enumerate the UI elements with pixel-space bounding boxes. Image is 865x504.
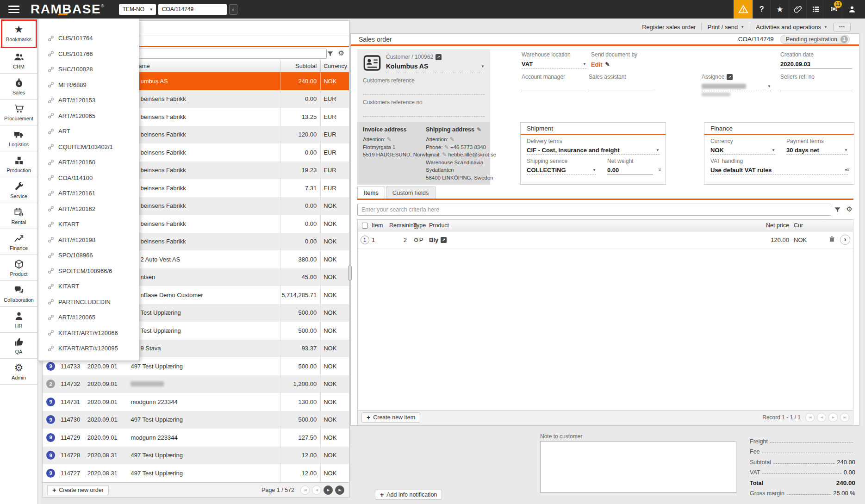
sidebar-item-bookmarks[interactable]: ★ Bookmarks [0, 19, 37, 48]
filter-icon[interactable] [327, 50, 334, 57]
column-remaining[interactable]: Remaining [389, 220, 413, 231]
more-actions-button[interactable]: ⋯ [833, 23, 851, 31]
sidebar-item-service[interactable]: Service [0, 177, 37, 203]
attachments-button[interactable] [789, 0, 807, 19]
column-subtotal[interactable]: Subtotal [281, 61, 321, 72]
bookmark-item[interactable]: CUS/101766 [38, 46, 139, 62]
column-currency[interactable]: Currency [321, 61, 349, 72]
delivery-terms-select[interactable]: CIF - Cost, insurance and freight▼ [527, 146, 660, 155]
tab-items[interactable]: Items [357, 187, 385, 199]
delete-item-icon[interactable] [828, 236, 835, 244]
print-send-button[interactable]: Print / send▼ [707, 24, 744, 31]
bookmark-item[interactable]: ART/#120065 [38, 310, 139, 325]
bookmark-item[interactable]: KITART [38, 217, 139, 232]
select-all-checkbox[interactable] [362, 223, 368, 229]
sidebar-item-qa[interactable]: QA [0, 333, 37, 359]
next-record-button[interactable]: ▶ [828, 413, 838, 422]
edit-icon[interactable]: ✎ [477, 126, 481, 133]
filter-icon[interactable] [834, 206, 841, 213]
vat-handling-select[interactable]: VAT handling Use default VAT rules▼ [710, 158, 848, 174]
bookmark-item[interactable]: CQUITEM/103402/1 [38, 139, 139, 155]
bookmark-item[interactable]: KITART [38, 279, 139, 294]
bookmark-item[interactable]: COA/114100 [38, 170, 139, 186]
column-item[interactable]: Item [372, 220, 389, 231]
item-product-link[interactable]: Bly↗ [429, 236, 447, 243]
customers-reference-no-field[interactable] [363, 106, 485, 117]
create-new-item-button[interactable]: + Create new item [361, 412, 420, 423]
splitter-handle[interactable] [348, 266, 352, 280]
expand-finance-icon[interactable]: » [845, 168, 852, 171]
settings-gear-icon[interactable]: ⚙ [846, 205, 853, 213]
sidebar-item-hr[interactable]: HR [0, 307, 37, 333]
module-select[interactable]: TEM-NO ▼ [119, 4, 156, 15]
customers-reference-field[interactable] [363, 84, 485, 95]
last-record-button[interactable]: ▶| [840, 413, 849, 422]
bookmark-item[interactable]: KITART/ART/#120066 [38, 325, 139, 341]
shipping-service-select[interactable]: Shipping service COLLECTING▼ [527, 158, 596, 174]
net-weight-field[interactable]: Net weight 0.00 [607, 158, 653, 174]
order-row[interactable]: 9 114730 2020.09.01 497 Test Upplæring 5… [43, 411, 349, 429]
next-page-button[interactable]: ▶ [324, 485, 333, 495]
messages-button[interactable]: ✉ 11 [825, 0, 843, 19]
open-item-button[interactable]: › [840, 235, 850, 245]
order-row[interactable]: 9 114731 2020.09.01 modgunn 223344 130.0… [43, 393, 349, 411]
help-button[interactable]: ? [753, 0, 771, 19]
bookmarks-button[interactable]: ★ [771, 0, 789, 19]
items-search-input[interactable] [357, 204, 831, 216]
add-info-notification-button[interactable]: + Add info notification [375, 490, 442, 500]
column-name[interactable]: Name [129, 61, 281, 72]
bookmark-item[interactable]: ART/#120160 [38, 155, 139, 170]
first-page-button[interactable]: |◀ [300, 485, 310, 495]
item-row[interactable]: 1 1 2 ⚙P Bly↗ 120.00 NOK › [358, 231, 853, 249]
last-page-button[interactable]: ▶| [335, 485, 344, 495]
bookmark-item[interactable]: PARTINCLUDEDIN [38, 294, 139, 310]
send-document-edit-link[interactable]: Edit✎ [591, 60, 656, 69]
edit-icon[interactable]: ✎ [444, 144, 449, 150]
menu-icon[interactable] [8, 6, 19, 13]
open-customer-icon[interactable]: ↗ [436, 54, 442, 60]
column-type[interactable]: Type [413, 220, 429, 231]
expand-shipment-icon[interactable]: » [657, 168, 664, 171]
open-product-icon[interactable]: ↗ [441, 237, 447, 243]
edit-icon[interactable]: ✎ [387, 136, 392, 143]
profile-button[interactable] [843, 0, 861, 19]
register-sales-order-button[interactable]: Register sales order [642, 24, 696, 31]
order-row[interactable]: 2 114732 2020.09.01 1,200.00 NOK [43, 375, 349, 393]
back-button[interactable]: ‹ [229, 4, 237, 15]
sellers-ref-field[interactable]: Sellers ref. no [780, 74, 852, 91]
activities-operations-button[interactable]: Activities and operations▼ [756, 24, 828, 31]
bookmark-item[interactable]: ART/#120162 [38, 201, 139, 217]
sidebar-item-collaboration[interactable]: Collaboration [0, 281, 37, 307]
sidebar-item-rental[interactable]: $ Rental [0, 203, 37, 229]
bookmark-item[interactable]: MFR/6889 [38, 77, 139, 93]
bookmark-item[interactable]: CUS/101764 [38, 31, 139, 46]
sidebar-item-logistics[interactable]: Logistics [0, 125, 37, 151]
warehouse-location-field[interactable]: Warehouse location VAT▼ [522, 51, 586, 69]
column-net-price[interactable]: Net price [747, 220, 789, 231]
sidebar-item-product[interactable]: Product [0, 255, 37, 281]
tab-custom-fields[interactable]: Custom fields [386, 187, 436, 199]
tasks-button[interactable] [807, 0, 825, 19]
sidebar-item-finance[interactable]: Finance [0, 229, 37, 255]
sidebar-item-sales[interactable]: $ Sales [0, 74, 37, 100]
sidebar-item-crm[interactable]: CRM [0, 48, 37, 74]
bookmark-item[interactable]: KITART/ART/#120095 [38, 341, 139, 356]
order-row[interactable]: 9 114728 2020.08.31 497 Test Upplæring 1… [43, 447, 349, 465]
previous-page-button[interactable]: ◀ [312, 485, 321, 495]
create-new-order-button[interactable]: + Create new order [47, 485, 109, 495]
global-search-input[interactable] [158, 4, 227, 15]
bookmark-item[interactable]: ART [38, 124, 139, 139]
bookmark-item[interactable]: ART/#120065 [38, 108, 139, 124]
sidebar-item-production[interactable]: Production [0, 151, 37, 177]
bookmark-item[interactable]: ART/#120153 [38, 93, 139, 108]
first-record-button[interactable]: |◀ [805, 413, 815, 422]
edit-icon[interactable]: ✎ [450, 136, 454, 143]
settings-gear-icon[interactable]: ⚙ [338, 49, 344, 57]
open-assignee-icon[interactable]: ↗ [727, 74, 733, 80]
bookmark-item[interactable]: SPOITEM/108966/6 [38, 263, 139, 279]
column-cur[interactable]: Cur [789, 220, 809, 231]
order-row[interactable]: 9 114729 2020.09.01 modgunn 223344 127.5… [43, 429, 349, 447]
assignee-field[interactable]: Assignee↗ ▼ [702, 74, 771, 96]
account-manager-field[interactable]: Account manager [522, 74, 586, 91]
sales-assistant-field[interactable]: Sales assistant [589, 74, 653, 91]
